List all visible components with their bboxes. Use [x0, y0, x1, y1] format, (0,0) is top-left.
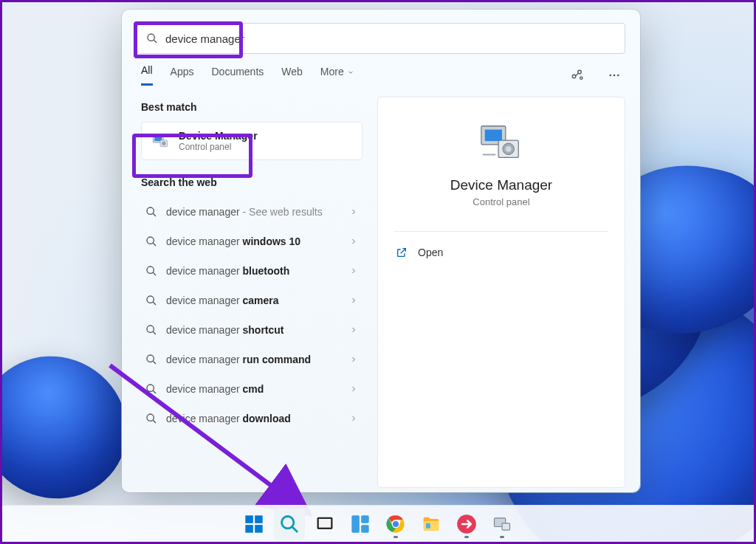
- web-result-text: device manager bluetooth: [166, 265, 340, 277]
- search-icon: [145, 383, 157, 395]
- chrome-icon: [385, 514, 406, 534]
- svg-rect-29: [485, 130, 502, 142]
- organization-icon[interactable]: [571, 69, 584, 82]
- task-view-button[interactable]: [309, 509, 340, 540]
- svg-point-6: [614, 74, 616, 76]
- web-result-text: device manager run command: [166, 354, 340, 365]
- web-result-text: device manager windows 10: [166, 235, 340, 247]
- web-result-item[interactable]: device manager run command: [141, 345, 362, 374]
- web-result-item[interactable]: device manager windows 10: [141, 227, 362, 256]
- best-match-title: Device Manager: [179, 130, 258, 142]
- svg-line-13: [153, 213, 156, 216]
- svg-line-1: [154, 40, 157, 43]
- svg-point-2: [572, 75, 576, 78]
- open-action[interactable]: Open: [394, 242, 608, 263]
- svg-rect-37: [255, 525, 263, 533]
- start-search-panel: All Apps Documents Web More Best match D…: [122, 10, 640, 492]
- taskbar: [2, 505, 754, 542]
- web-result-item[interactable]: device manager cmd: [141, 374, 362, 404]
- preview-subtitle: Control panel: [394, 196, 608, 207]
- search-tabs: All Apps Documents Web More: [122, 54, 640, 83]
- search-icon: [145, 324, 157, 336]
- devices-app-button[interactable]: [487, 509, 518, 540]
- open-icon: [396, 247, 408, 258]
- tab-all[interactable]: All: [141, 64, 153, 86]
- search-icon: [279, 514, 300, 534]
- search-icon: [145, 295, 157, 306]
- windows-logo-icon: [244, 514, 264, 534]
- chevron-down-icon: [347, 69, 354, 76]
- tab-more[interactable]: More: [320, 66, 354, 85]
- svg-point-5: [609, 74, 611, 76]
- svg-point-16: [147, 266, 154, 273]
- more-options-icon[interactable]: [608, 69, 621, 82]
- chevron-right-icon: [349, 237, 358, 246]
- search-web-header: Search the web: [141, 176, 362, 188]
- taskbar-search-button[interactable]: [274, 509, 305, 540]
- chevron-right-icon: [349, 266, 358, 275]
- start-button[interactable]: [238, 509, 269, 540]
- search-icon: [145, 206, 157, 218]
- tab-documents[interactable]: Documents: [211, 66, 264, 85]
- svg-line-17: [153, 272, 156, 275]
- web-result-item[interactable]: device manager camera: [141, 286, 362, 315]
- svg-line-23: [153, 361, 156, 364]
- chevron-right-icon: [349, 326, 358, 334]
- svg-rect-34: [245, 515, 253, 523]
- svg-point-38: [282, 516, 294, 528]
- search-input[interactable]: [165, 32, 616, 45]
- snip-icon: [456, 514, 477, 534]
- tab-web[interactable]: Web: [281, 66, 303, 85]
- best-match-item[interactable]: Device Manager Control panel: [141, 122, 362, 160]
- web-result-item[interactable]: device manager download: [141, 404, 362, 433]
- search-icon: [145, 265, 157, 277]
- best-match-subtitle: Control panel: [179, 142, 258, 152]
- svg-point-32: [506, 146, 512, 152]
- svg-point-7: [617, 74, 619, 76]
- search-bar[interactable]: [137, 23, 625, 54]
- svg-line-15: [153, 243, 156, 246]
- web-result-text: device manager - See web results: [166, 206, 340, 218]
- svg-rect-36: [245, 525, 253, 533]
- svg-point-26: [147, 414, 154, 421]
- svg-line-25: [153, 390, 156, 393]
- svg-rect-48: [426, 523, 430, 528]
- chevron-right-icon: [349, 207, 358, 216]
- widgets-button[interactable]: [345, 509, 376, 540]
- svg-rect-41: [319, 519, 331, 528]
- file-explorer-button[interactable]: [416, 509, 447, 540]
- preview-title: Device Manager: [394, 177, 608, 193]
- search-icon: [145, 235, 157, 247]
- svg-rect-51: [502, 523, 510, 529]
- svg-rect-43: [361, 515, 369, 523]
- svg-point-18: [147, 296, 154, 303]
- search-icon: [146, 32, 158, 44]
- svg-rect-44: [361, 525, 369, 533]
- folder-icon: [421, 514, 441, 534]
- web-result-item[interactable]: device manager bluetooth: [141, 256, 362, 286]
- web-result-item[interactable]: device manager - See web results: [141, 197, 362, 227]
- web-result-item[interactable]: device manager shortcut: [141, 315, 362, 345]
- svg-point-0: [148, 34, 154, 41]
- svg-point-11: [162, 142, 165, 145]
- web-result-text: device manager cmd: [166, 383, 340, 395]
- preview-pane: Device Manager Control panel Open: [377, 97, 625, 488]
- chevron-right-icon: [349, 414, 358, 423]
- best-match-header: Best match: [141, 101, 362, 113]
- svg-point-22: [147, 355, 154, 362]
- divider: [394, 231, 608, 232]
- search-icon: [145, 354, 157, 365]
- chevron-right-icon: [349, 355, 358, 364]
- search-icon: [145, 413, 157, 424]
- web-result-text: device manager camera: [166, 295, 340, 306]
- svg-line-39: [292, 526, 298, 532]
- tab-apps[interactable]: Apps: [171, 66, 194, 85]
- snip-button[interactable]: [451, 509, 482, 540]
- svg-point-20: [147, 326, 154, 332]
- svg-line-19: [153, 302, 156, 305]
- svg-point-24: [147, 385, 154, 391]
- chrome-button[interactable]: [380, 509, 411, 540]
- open-label: Open: [418, 247, 443, 258]
- task-view-icon: [315, 514, 335, 534]
- svg-point-12: [147, 207, 154, 214]
